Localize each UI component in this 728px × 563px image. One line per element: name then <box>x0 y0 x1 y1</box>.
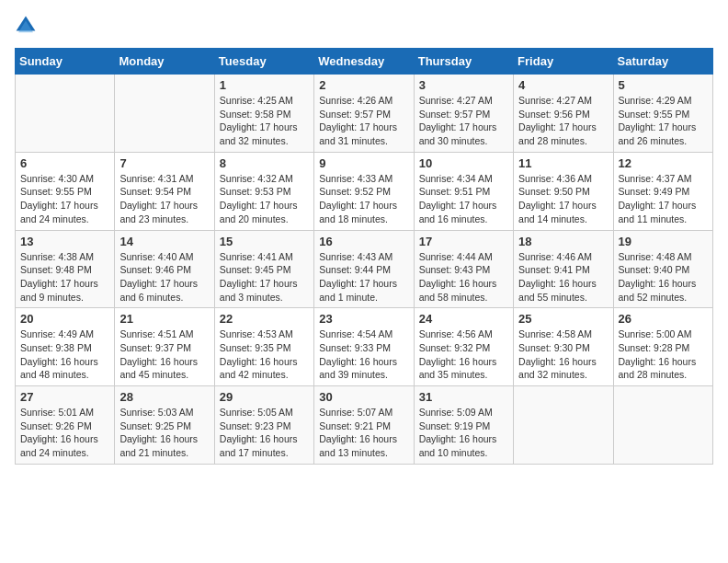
day-info: Sunrise: 4:54 AM Sunset: 9:33 PM Dayligh… <box>319 327 408 382</box>
day-info: Sunrise: 4:38 AM Sunset: 9:48 PM Dayligh… <box>20 250 109 304</box>
day-number: 9 <box>319 156 408 170</box>
day-number: 25 <box>518 312 608 326</box>
day-number: 16 <box>319 235 408 248</box>
calendar-cell: 16Sunrise: 4:43 AM Sunset: 9:44 PM Dayli… <box>314 230 414 308</box>
day-number: 26 <box>619 312 708 326</box>
day-number: 2 <box>319 78 408 92</box>
day-number: 6 <box>20 156 109 170</box>
calendar-day-header: Thursday <box>414 49 513 75</box>
calendar-cell: 25Sunrise: 4:58 AM Sunset: 9:30 PM Dayli… <box>514 308 613 386</box>
calendar-cell: 6Sunrise: 4:30 AM Sunset: 9:55 PM Daylig… <box>16 152 115 230</box>
day-info: Sunrise: 4:31 AM Sunset: 9:54 PM Dayligh… <box>119 172 209 226</box>
calendar-cell: 29Sunrise: 5:05 AM Sunset: 9:23 PM Dayli… <box>214 386 313 465</box>
day-info: Sunrise: 5:05 AM Sunset: 9:23 PM Dayligh… <box>220 406 309 460</box>
calendar-day-header: Wednesday <box>314 49 414 75</box>
day-info: Sunrise: 4:36 AM Sunset: 9:50 PM Dayligh… <box>518 172 608 226</box>
calendar-day-header: Monday <box>115 49 214 75</box>
calendar-cell: 7Sunrise: 4:31 AM Sunset: 9:54 PM Daylig… <box>115 152 214 230</box>
calendar-day-header: Saturday <box>613 49 712 75</box>
day-number: 10 <box>419 156 508 170</box>
day-info: Sunrise: 5:09 AM Sunset: 9:19 PM Dayligh… <box>419 406 508 460</box>
day-info: Sunrise: 5:03 AM Sunset: 9:25 PM Dayligh… <box>119 406 209 460</box>
calendar-cell: 2Sunrise: 4:26 AM Sunset: 9:57 PM Daylig… <box>314 75 414 153</box>
calendar-cell <box>514 386 613 465</box>
day-number: 1 <box>220 78 309 92</box>
calendar-cell: 24Sunrise: 4:56 AM Sunset: 9:32 PM Dayli… <box>414 308 513 386</box>
calendar-cell: 31Sunrise: 5:09 AM Sunset: 9:19 PM Dayli… <box>414 386 513 465</box>
calendar-cell: 5Sunrise: 4:29 AM Sunset: 9:55 PM Daylig… <box>613 75 712 153</box>
day-number: 14 <box>119 235 209 248</box>
day-number: 20 <box>20 312 109 326</box>
day-info: Sunrise: 4:51 AM Sunset: 9:37 PM Dayligh… <box>119 327 209 382</box>
day-number: 12 <box>619 156 708 170</box>
day-info: Sunrise: 4:53 AM Sunset: 9:35 PM Dayligh… <box>220 327 309 382</box>
calendar-cell: 3Sunrise: 4:27 AM Sunset: 9:57 PM Daylig… <box>414 75 513 153</box>
logo <box>15 15 40 37</box>
day-info: Sunrise: 4:27 AM Sunset: 9:56 PM Dayligh… <box>518 94 608 148</box>
day-info: Sunrise: 4:43 AM Sunset: 9:44 PM Dayligh… <box>319 250 408 304</box>
day-number: 29 <box>220 390 309 404</box>
calendar-cell: 21Sunrise: 4:51 AM Sunset: 9:37 PM Dayli… <box>115 308 214 386</box>
day-info: Sunrise: 4:49 AM Sunset: 9:38 PM Dayligh… <box>20 327 109 382</box>
calendar-cell <box>115 75 214 153</box>
calendar-cell: 17Sunrise: 4:44 AM Sunset: 9:43 PM Dayli… <box>414 230 513 308</box>
day-info: Sunrise: 4:32 AM Sunset: 9:53 PM Dayligh… <box>220 172 309 226</box>
day-info: Sunrise: 4:56 AM Sunset: 9:32 PM Dayligh… <box>419 327 508 382</box>
calendar-week-row: 13Sunrise: 4:38 AM Sunset: 9:48 PM Dayli… <box>16 230 713 308</box>
calendar-cell: 13Sunrise: 4:38 AM Sunset: 9:48 PM Dayli… <box>16 230 115 308</box>
calendar-cell: 10Sunrise: 4:34 AM Sunset: 9:51 PM Dayli… <box>414 152 513 230</box>
calendar-header-row: SundayMondayTuesdayWednesdayThursdayFrid… <box>16 49 713 75</box>
calendar-cell <box>613 386 712 465</box>
day-info: Sunrise: 4:26 AM Sunset: 9:57 PM Dayligh… <box>319 94 408 148</box>
day-info: Sunrise: 5:00 AM Sunset: 9:28 PM Dayligh… <box>619 327 708 382</box>
calendar-cell: 9Sunrise: 4:33 AM Sunset: 9:52 PM Daylig… <box>314 152 414 230</box>
day-info: Sunrise: 4:37 AM Sunset: 9:49 PM Dayligh… <box>619 172 708 226</box>
calendar-cell: 1Sunrise: 4:25 AM Sunset: 9:58 PM Daylig… <box>214 75 313 153</box>
calendar-day-header: Friday <box>514 49 613 75</box>
day-info: Sunrise: 4:25 AM Sunset: 9:58 PM Dayligh… <box>220 94 309 148</box>
calendar-week-row: 27Sunrise: 5:01 AM Sunset: 9:26 PM Dayli… <box>16 386 713 465</box>
calendar-cell: 8Sunrise: 4:32 AM Sunset: 9:53 PM Daylig… <box>214 152 313 230</box>
calendar-cell: 15Sunrise: 4:41 AM Sunset: 9:45 PM Dayli… <box>214 230 313 308</box>
day-number: 28 <box>119 390 209 404</box>
calendar-cell: 4Sunrise: 4:27 AM Sunset: 9:56 PM Daylig… <box>514 75 613 153</box>
calendar-cell: 23Sunrise: 4:54 AM Sunset: 9:33 PM Dayli… <box>314 308 414 386</box>
day-number: 23 <box>319 312 408 326</box>
day-info: Sunrise: 4:33 AM Sunset: 9:52 PM Dayligh… <box>319 172 408 226</box>
calendar-cell: 27Sunrise: 5:01 AM Sunset: 9:26 PM Dayli… <box>16 386 115 465</box>
logo-icon <box>15 15 37 37</box>
day-number: 30 <box>319 390 408 404</box>
day-number: 15 <box>220 235 309 248</box>
day-info: Sunrise: 4:58 AM Sunset: 9:30 PM Dayligh… <box>518 327 608 382</box>
day-info: Sunrise: 4:41 AM Sunset: 9:45 PM Dayligh… <box>220 250 309 304</box>
calendar-cell: 28Sunrise: 5:03 AM Sunset: 9:25 PM Dayli… <box>115 386 214 465</box>
day-info: Sunrise: 4:30 AM Sunset: 9:55 PM Dayligh… <box>20 172 109 226</box>
day-number: 8 <box>220 156 309 170</box>
day-number: 17 <box>419 235 508 248</box>
day-number: 22 <box>220 312 309 326</box>
day-number: 3 <box>419 78 508 92</box>
day-info: Sunrise: 4:44 AM Sunset: 9:43 PM Dayligh… <box>419 250 508 304</box>
day-info: Sunrise: 4:29 AM Sunset: 9:55 PM Dayligh… <box>619 94 708 148</box>
calendar-day-header: Sunday <box>16 49 115 75</box>
calendar-cell: 30Sunrise: 5:07 AM Sunset: 9:21 PM Dayli… <box>314 386 414 465</box>
day-info: Sunrise: 4:34 AM Sunset: 9:51 PM Dayligh… <box>419 172 508 226</box>
calendar-cell: 11Sunrise: 4:36 AM Sunset: 9:50 PM Dayli… <box>514 152 613 230</box>
calendar-cell: 19Sunrise: 4:48 AM Sunset: 9:40 PM Dayli… <box>613 230 712 308</box>
day-info: Sunrise: 4:27 AM Sunset: 9:57 PM Dayligh… <box>419 94 508 148</box>
day-info: Sunrise: 4:46 AM Sunset: 9:41 PM Dayligh… <box>518 250 608 304</box>
day-number: 11 <box>518 156 608 170</box>
day-info: Sunrise: 4:48 AM Sunset: 9:40 PM Dayligh… <box>619 250 708 304</box>
calendar-cell <box>16 75 115 153</box>
day-number: 5 <box>619 78 708 92</box>
calendar-cell: 26Sunrise: 5:00 AM Sunset: 9:28 PM Dayli… <box>613 308 712 386</box>
day-info: Sunrise: 5:01 AM Sunset: 9:26 PM Dayligh… <box>20 406 109 460</box>
page-header <box>15 15 713 37</box>
day-number: 4 <box>518 78 608 92</box>
calendar-cell: 14Sunrise: 4:40 AM Sunset: 9:46 PM Dayli… <box>115 230 214 308</box>
calendar-cell: 12Sunrise: 4:37 AM Sunset: 9:49 PM Dayli… <box>613 152 712 230</box>
calendar-week-row: 1Sunrise: 4:25 AM Sunset: 9:58 PM Daylig… <box>16 75 713 153</box>
calendar-day-header: Tuesday <box>214 49 313 75</box>
day-info: Sunrise: 4:40 AM Sunset: 9:46 PM Dayligh… <box>119 250 209 304</box>
day-number: 24 <box>419 312 508 326</box>
